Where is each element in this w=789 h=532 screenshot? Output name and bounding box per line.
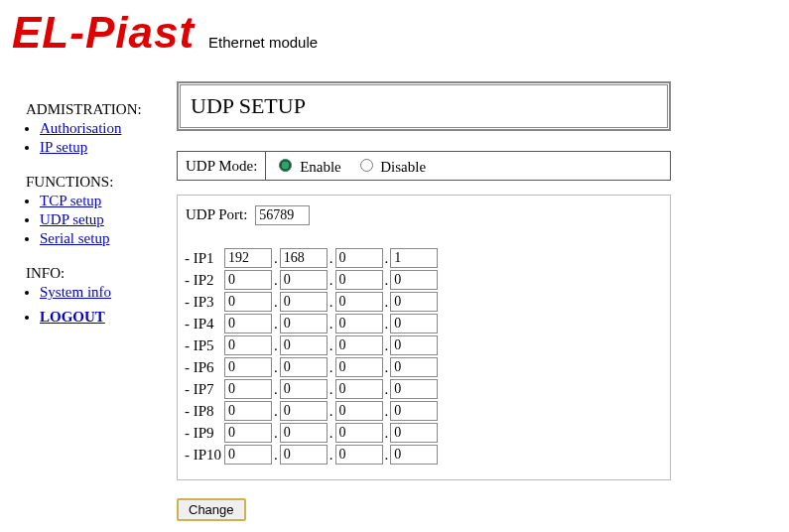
ip-octet-input[interactable] (390, 379, 438, 399)
ip-octet-input[interactable] (390, 292, 438, 312)
ip-row-label: - IP7 (184, 378, 223, 400)
udp-mode-enable-radio[interactable] (279, 159, 292, 172)
ip-octet-input[interactable] (224, 445, 272, 465)
sidebar-link[interactable]: TCP setup (40, 193, 101, 208)
ip-octet-input[interactable] (224, 270, 272, 290)
udp-settings-panel: UDP Port: - IP1...- IP2...- IP3...- IP4.… (177, 195, 671, 480)
ip-octet-input[interactable] (224, 335, 272, 355)
ip-row: - IP8... (184, 400, 439, 422)
ip-octet-input[interactable] (280, 357, 328, 377)
ip-row-label: - IP6 (184, 356, 223, 378)
page-title-box: UDP SETUP (177, 81, 671, 131)
ip-row-label: - IP10 (184, 444, 223, 466)
udp-port-label: UDP Port: (186, 206, 247, 222)
ip-octet-input[interactable] (335, 357, 383, 377)
ip-octet-input[interactable] (335, 248, 383, 268)
udp-mode-enable-label[interactable]: Enable (274, 159, 344, 175)
ip-octet-input[interactable] (280, 314, 328, 333)
ip-octet-input[interactable] (224, 357, 272, 377)
sidebar-link[interactable]: Serial setup (40, 230, 109, 246)
ip-octet-input[interactable] (224, 248, 272, 268)
udp-mode-disable-radio[interactable] (360, 159, 373, 172)
ip-row: - IP7... (184, 378, 439, 400)
ip-octet-input[interactable] (280, 335, 328, 355)
ip-octet-input[interactable] (280, 423, 328, 443)
ip-octet-input[interactable] (335, 423, 383, 443)
ip-row: - IP3... (184, 291, 439, 313)
ip-octet-input[interactable] (335, 379, 383, 399)
sidebar-item: UDP setup (40, 211, 169, 228)
ip-row-label: - IP8 (184, 400, 223, 422)
udp-mode-enable-text: Enable (300, 159, 341, 175)
ip-row-label: - IP9 (184, 422, 223, 444)
sidebar-item: Serial setup (40, 230, 169, 247)
ip-row: - IP10... (184, 444, 439, 466)
ip-octet-input[interactable] (280, 248, 328, 268)
ip-row-label: - IP3 (184, 291, 223, 313)
ip-octet-input[interactable] (335, 401, 383, 421)
sidebar-link[interactable]: UDP setup (40, 211, 104, 227)
sidebar-item: IP setup (40, 139, 169, 156)
ip-row: - IP6... (184, 356, 439, 378)
ip-octet-input[interactable] (390, 401, 438, 421)
sidebar-section-label: INFO: (26, 265, 169, 282)
sidebar-section-label: FUNCTIONS: (26, 174, 169, 191)
ip-row-label: - IP4 (184, 313, 223, 334)
sidebar-link[interactable]: IP setup (40, 139, 87, 155)
ip-octet-input[interactable] (224, 292, 272, 312)
udp-mode-disable-text: Disable (380, 159, 426, 175)
udp-mode-disable-label[interactable]: Disable (355, 159, 427, 175)
ip-octet-input[interactable] (335, 335, 383, 355)
ip-octet-input[interactable] (224, 379, 272, 399)
ip-table: - IP1...- IP2...- IP3...- IP4...- IP5...… (184, 247, 439, 466)
sidebar-item: TCP setup (40, 193, 169, 209)
ip-octet-input[interactable] (390, 248, 438, 268)
ip-octet-input[interactable] (224, 423, 272, 443)
udp-mode-label: UDP Mode: (178, 152, 266, 181)
ip-octet-input[interactable] (280, 401, 328, 421)
ip-row-label: - IP1 (184, 247, 223, 269)
sidebar-item: System info (40, 284, 169, 301)
change-button[interactable]: Change (177, 498, 246, 521)
ip-octet-input[interactable] (280, 270, 328, 290)
sidebar-item: LOGOUT (40, 309, 169, 326)
sidebar-section-label: ADMISTRATION: (26, 101, 169, 118)
sidebar-link[interactable]: System info (40, 284, 111, 300)
ip-row-label: - IP5 (184, 334, 223, 356)
ip-octet-input[interactable] (335, 314, 383, 333)
udp-mode-table: UDP Mode: Enable Disable (177, 151, 671, 181)
ip-octet-input[interactable] (390, 423, 438, 443)
ip-octet-input[interactable] (335, 292, 383, 312)
ip-row-label: - IP2 (184, 269, 223, 291)
ip-octet-input[interactable] (224, 314, 272, 333)
ip-octet-input[interactable] (390, 445, 438, 465)
sidebar-link[interactable]: Authorisation (40, 120, 122, 136)
ip-octet-input[interactable] (390, 270, 438, 290)
ip-row: - IP2... (184, 269, 439, 291)
ip-row: - IP9... (184, 422, 439, 444)
ip-octet-input[interactable] (390, 335, 438, 355)
ip-octet-input[interactable] (390, 357, 438, 377)
brand-subtitle: Ethernet module (208, 34, 318, 55)
ip-octet-input[interactable] (280, 292, 328, 312)
ip-octet-input[interactable] (335, 445, 383, 465)
logout-link[interactable]: LOGOUT (40, 309, 105, 325)
ip-octet-input[interactable] (390, 314, 438, 333)
ip-octet-input[interactable] (280, 379, 328, 399)
sidebar-item: Authorisation (40, 120, 169, 137)
ip-octet-input[interactable] (335, 270, 383, 290)
main-content: UDP SETUP UDP Mode: Enable Disable (177, 67, 789, 521)
ip-row: - IP4... (184, 313, 439, 334)
ip-row: - IP1... (184, 247, 439, 269)
sidebar: ADMISTRATION: Authorisation IP setupFUNC… (0, 67, 177, 521)
ip-octet-input[interactable] (224, 401, 272, 421)
ip-row: - IP5... (184, 334, 439, 356)
ip-octet-input[interactable] (280, 445, 328, 465)
brand-logo: EL-Piast (12, 8, 195, 58)
udp-port-input[interactable] (255, 205, 310, 225)
page-title: UDP SETUP (180, 84, 668, 128)
